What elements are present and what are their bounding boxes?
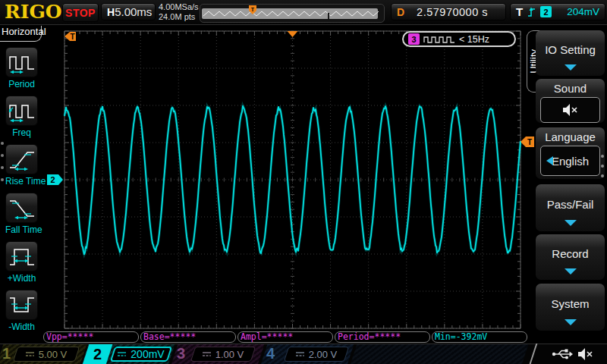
- softkey-fall-time[interactable]: Fall Time: [5, 193, 38, 235]
- status-bar: RIGOL STOP H 5.00ms 4.00MSa/s 24.0M pts …: [0, 0, 607, 25]
- measurement-base: Base=*****: [140, 331, 236, 343]
- plus-width-icon: [8, 245, 36, 268]
- channel-2-offset-marker[interactable]: 2: [47, 174, 63, 185]
- softkey-freq[interactable]: Freq: [5, 96, 38, 138]
- trigger-slope-icon: [527, 6, 536, 18]
- left-menu-page-dot: [1, 166, 4, 169]
- left-menu-page-dot: [1, 142, 4, 145]
- svg-text:T: T: [527, 138, 532, 146]
- freq-badge-channel-chip: 3: [408, 33, 420, 45]
- language-value: English: [552, 155, 589, 168]
- right-menu-page-dot: [601, 174, 604, 177]
- measurement-ampl: Ampl=*****: [237, 331, 333, 343]
- coupling-icon: [203, 351, 212, 357]
- chevron-down-icon: [565, 64, 577, 71]
- trigger-frequency-value: < 15Hz: [459, 34, 489, 45]
- speaker-muted-icon[interactable]: [577, 347, 595, 361]
- left-menu-title: Horizontal: [0, 26, 42, 42]
- chevron-down-icon: [565, 268, 577, 275]
- waveform-display: T2T: [46, 27, 535, 341]
- coupling-icon: [296, 351, 305, 357]
- delay-value: 2.57970000 s: [404, 6, 500, 18]
- measurement-vpp: Vpp=*****: [43, 331, 139, 343]
- right-menu-page-dot: [601, 155, 604, 158]
- channel-1-indicator[interactable]: 1 5.00 V: [0, 344, 83, 364]
- coupling-icon: [26, 351, 35, 357]
- delay-box: D 2.57970000 s: [391, 3, 506, 20]
- preview-position-tick: [328, 13, 329, 19]
- usb-icon[interactable]: [552, 348, 573, 360]
- softkey-minus-width[interactable]: -Width: [5, 290, 38, 332]
- channel-status-bar: 1 5.00 V 2: [0, 344, 607, 364]
- period-icon: [8, 51, 36, 74]
- left-menu-page-dot: [1, 154, 4, 157]
- minus-width-icon: [8, 293, 36, 316]
- svg-text:T: T: [251, 7, 255, 12]
- window-center-marker: [288, 31, 298, 37]
- softkey-record[interactable]: Record: [536, 234, 605, 280]
- trigger-level-marker[interactable]: T: [521, 136, 534, 147]
- trigger-label: T: [516, 5, 523, 18]
- fall-time-icon: [8, 196, 36, 219]
- channel-3-indicator[interactable]: 3 1.00 V: [175, 344, 261, 364]
- freq-icon: [8, 99, 36, 122]
- rise-time-icon: [8, 148, 36, 171]
- svg-text:T: T: [70, 33, 74, 41]
- channel-4-indicator[interactable]: 4 2.00 V: [264, 344, 351, 364]
- softkey-sound[interactable]: Sound: [536, 79, 605, 123]
- softkey-io-setting[interactable]: IO Setting: [536, 30, 605, 76]
- speaker-muted-icon: [561, 103, 580, 117]
- square-wave-icon: [423, 35, 455, 44]
- softkey-language[interactable]: Language English: [536, 127, 605, 179]
- timebase-value: 5.00ms: [115, 5, 152, 18]
- sample-rate: 4.00MSa/s: [159, 2, 199, 12]
- softkey-period[interactable]: Period: [5, 47, 38, 89]
- trigger-frequency-badge: 3 < 15Hz: [402, 31, 516, 47]
- channel-2-active-chip: 2: [83, 344, 113, 364]
- left-menu-page-dot: [1, 178, 4, 181]
- horizontal-timebase-box: H 5.00ms: [101, 3, 156, 20]
- softkey-rise-time[interactable]: Rise Time: [5, 144, 38, 187]
- trigger-position-marker[interactable]: T: [64, 32, 76, 41]
- softkey-system[interactable]: System: [536, 284, 605, 331]
- chevron-down-icon: [565, 220, 577, 226]
- trigger-level-value: 204mV: [567, 6, 599, 17]
- svg-text:2: 2: [50, 175, 55, 184]
- h-label: H: [107, 6, 115, 18]
- acquisition-info: 4.00MSa/s 24.0M pts: [159, 2, 199, 22]
- coupling-icon: [118, 351, 127, 357]
- softkey-plus-width[interactable]: +Width: [5, 241, 38, 284]
- preview-wave: T: [200, 5, 382, 20]
- trigger-source-chip: 2: [540, 6, 552, 17]
- delay-label: D: [397, 6, 404, 18]
- measurement-min: Min=-392mV: [432, 331, 527, 343]
- trigger-box: T 2 204mV: [510, 3, 605, 20]
- memory-waveform-preview: T: [200, 4, 385, 23]
- memory-depth: 24.0M pts: [159, 12, 199, 22]
- run-state-badge[interactable]: STOP: [62, 3, 99, 22]
- softkey-pass-fail[interactable]: Pass/Fail: [536, 184, 605, 231]
- chevron-down-icon: [565, 319, 577, 325]
- chevron-left-icon: [546, 156, 553, 165]
- right-menu-page-dot: [601, 165, 604, 168]
- channel-bar-filler: [354, 344, 525, 364]
- measurement-period: Period=*****: [335, 331, 430, 343]
- channel-2-indicator[interactable]: 2 200mV: [85, 344, 171, 364]
